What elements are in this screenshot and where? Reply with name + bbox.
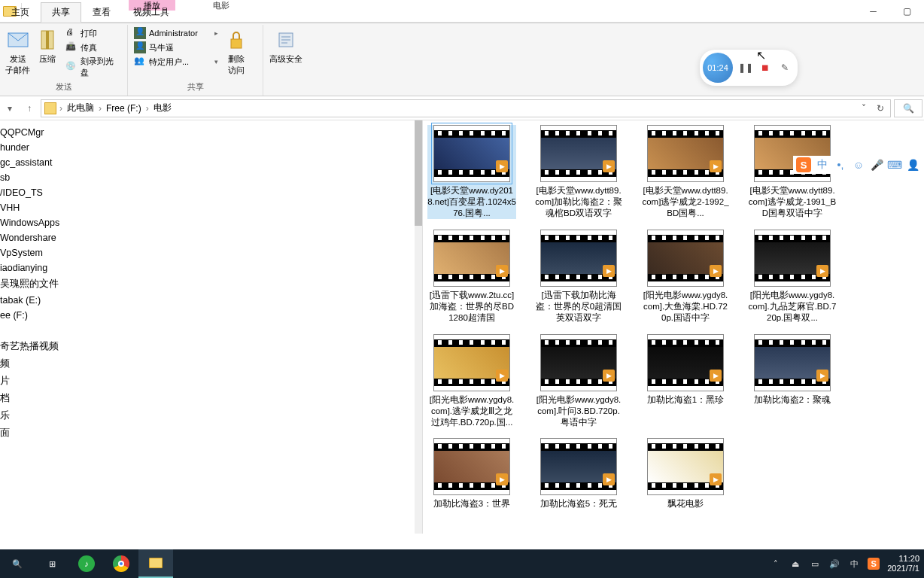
- file-item[interactable]: ▶[电影天堂www.dytt89.com]加勒比海盗2：聚魂棺BD双语双字: [534, 125, 623, 219]
- nav-tree[interactable]: QQPCMgrhundergc_assistantsb/IDEO_TSVHHWi…: [0, 120, 423, 534]
- adv-security-button[interactable]: 高级安全: [266, 26, 305, 82]
- crumb-pc[interactable]: 此电脑: [64, 102, 97, 114]
- tab-share[interactable]: 共享: [41, 2, 81, 23]
- tree-item[interactable]: gc_assistant: [0, 155, 422, 170]
- tree-item[interactable]: QQPCMgr: [0, 125, 422, 140]
- folder-icon: [44, 102, 56, 114]
- tray-clock[interactable]: 11:20 2021/7/1: [887, 554, 919, 573]
- file-item[interactable]: ▶[阳光电影www.ygdy8.com].大鱼海棠.HD.720p.国语中字: [641, 230, 730, 324]
- tree-item[interactable]: [0, 323, 422, 338]
- file-item[interactable]: ▶[电影天堂www.dytt89.com]逃学威龙2-1992_BD国粤...: [641, 125, 730, 219]
- explorer-button[interactable]: [138, 549, 173, 578]
- recorder-widget[interactable]: 01:24 ❚❚ ⏹ ✎: [700, 50, 798, 86]
- edit-button[interactable]: ✎: [778, 61, 792, 75]
- tree-item[interactable]: 档: [0, 390, 422, 407]
- pause-button[interactable]: ❚❚: [739, 61, 752, 75]
- tray-sogou-icon[interactable]: S: [868, 558, 880, 570]
- send-button[interactable]: 发送 子邮件: [3, 26, 33, 80]
- file-item[interactable]: ▶加勒比海盗1：黑珍: [641, 334, 730, 428]
- special-user-button[interactable]: 👥特定用户...▾: [131, 55, 221, 68]
- tree-item[interactable]: sb: [0, 170, 422, 185]
- tree-item[interactable]: 吴瑰熙的文件: [0, 275, 422, 293]
- tray-chevron-icon[interactable]: ˄: [770, 558, 782, 570]
- tree-item[interactable]: 面: [0, 424, 422, 442]
- qqmusic-button[interactable]: ♪: [69, 549, 104, 578]
- minimize-button[interactable]: ─: [856, 0, 890, 22]
- play-icon: ▶: [603, 265, 615, 277]
- file-item[interactable]: ▶[迅雷下载www.2tu.cc]加海盗：世界的尽BD1280超清国: [427, 230, 516, 324]
- maniu-button[interactable]: 👤马牛逼: [131, 41, 221, 54]
- video-thumbnail: ▶: [647, 125, 724, 182]
- up-button[interactable]: ↑: [21, 100, 38, 117]
- tray-battery-icon[interactable]: ▭: [809, 558, 821, 570]
- address-bar[interactable]: › 此电脑 › Free (F:) › 电影 ˅ ↻: [41, 99, 891, 117]
- tree-item[interactable]: 奇艺热播视频: [0, 338, 422, 355]
- file-item[interactable]: ▶飘花电影: [641, 438, 730, 510]
- file-item[interactable]: ▶加勒比海盗2：聚魂: [748, 334, 837, 428]
- fax-button[interactable]: 📠传真: [62, 41, 124, 54]
- file-item[interactable]: ▶[阳光电影www.ygdy8.com].九品芝麻官.BD.720p.国粤双..…: [748, 230, 837, 324]
- ime-keyboard-icon[interactable]: ⌨: [888, 158, 901, 172]
- tree-item[interactable]: hunder: [0, 140, 422, 155]
- play-icon: ▶: [603, 370, 615, 382]
- tab-video-tools[interactable]: 视频工具: [122, 2, 181, 23]
- tray-ime[interactable]: 中: [848, 558, 860, 570]
- file-item[interactable]: ▶[电影天堂www.dy2018.net]百变星君.1024x576.国粤...: [427, 125, 516, 219]
- video-thumbnail: ▶: [754, 334, 831, 391]
- tab-view[interactable]: 查看: [81, 2, 122, 23]
- ime-toolbar[interactable]: S 中 •, ☺ 🎤 ⌨ 👤: [793, 156, 922, 174]
- tree-item[interactable]: Wondershare: [0, 230, 422, 245]
- tree-item[interactable]: WindowsApps: [0, 215, 422, 230]
- ime-mic-icon[interactable]: 🎤: [870, 158, 883, 172]
- back-button[interactable]: ▾: [2, 100, 18, 117]
- play-icon: ▶: [816, 265, 828, 277]
- remove-access-button[interactable]: 删除 访问: [221, 26, 251, 80]
- history-button[interactable]: ˅: [856, 103, 872, 114]
- refresh-button[interactable]: ↻: [872, 103, 889, 114]
- sogou-icon[interactable]: S: [796, 157, 811, 172]
- tree-item[interactable]: /IDEO_TS: [0, 185, 422, 200]
- taskview-button[interactable]: ⊞: [35, 549, 69, 578]
- scrollbar[interactable]: [415, 120, 422, 534]
- file-label: [阳光电影www.ygdy8.com].大鱼海棠.HD.720p.国语中字: [641, 290, 730, 324]
- compress-button[interactable]: 压缩: [33, 26, 63, 80]
- file-item[interactable]: ▶[阳光电影www.ygdy8.com].逃学威龙Ⅲ之龙过鸡年.BD.720p.…: [427, 334, 516, 428]
- tree-item[interactable]: tabak (E:): [0, 293, 422, 308]
- video-thumbnail: ▶: [540, 125, 617, 182]
- tree-item[interactable]: iaodianying: [0, 260, 422, 275]
- burn-button[interactable]: 💿刻录到光盘: [62, 55, 124, 79]
- ime-user-icon[interactable]: 👤: [906, 158, 919, 172]
- printer-icon: 🖨: [65, 27, 78, 39]
- file-label: 加勒比海盗1：黑珍: [647, 394, 724, 406]
- search-button[interactable]: 🔍: [0, 549, 35, 578]
- search-box[interactable]: 🔍: [894, 99, 922, 117]
- maximize-button[interactable]: ▢: [890, 0, 924, 22]
- share-group-label: 共享: [131, 80, 260, 94]
- tree-item[interactable]: ee (F:): [0, 308, 422, 323]
- tray-eject-icon[interactable]: ⏏: [789, 558, 801, 570]
- file-label: [电影天堂www.dytt89.com]逃学威龙-1991_BD国粤双语中字: [748, 185, 837, 219]
- file-item[interactable]: ▶[阳光电影www.ygdy8.com].叶问3.BD.720p.粤语中字: [534, 334, 623, 428]
- crumb-folder[interactable]: 电影: [150, 102, 175, 114]
- crumb-drive[interactable]: Free (F:): [103, 103, 144, 114]
- admin-button[interactable]: 👤Administrator▸: [131, 26, 221, 40]
- tree-item[interactable]: VHH: [0, 200, 422, 215]
- tree-item[interactable]: 片: [0, 373, 422, 390]
- ime-punct-icon[interactable]: •,: [834, 158, 847, 172]
- person-icon: 👤: [134, 41, 146, 53]
- tab-home[interactable]: 主页: [0, 2, 41, 23]
- file-item[interactable]: ▶加勒比海盗5：死无: [534, 438, 623, 510]
- file-item[interactable]: ▶[迅雷下载加勒比海盗：世界的尽0超清国英双语双字: [534, 230, 623, 324]
- file-item[interactable]: ▶加勒比海盗3：世界: [427, 438, 516, 510]
- print-button[interactable]: 🖨打印: [62, 26, 124, 40]
- stop-button[interactable]: ⏹: [758, 61, 772, 75]
- ime-lang[interactable]: 中: [816, 158, 829, 172]
- chrome-button[interactable]: [104, 549, 138, 578]
- tree-item[interactable]: 频: [0, 355, 422, 373]
- tree-item[interactable]: VpSystem: [0, 245, 422, 260]
- tray-volume-icon[interactable]: 🔊: [828, 558, 840, 570]
- ime-face-icon[interactable]: ☺: [852, 158, 865, 172]
- tree-item[interactable]: 乐: [0, 407, 422, 424]
- file-label: [迅雷下载www.2tu.cc]加海盗：世界的尽BD1280超清国: [427, 290, 516, 324]
- disc-icon: 💿: [65, 61, 78, 73]
